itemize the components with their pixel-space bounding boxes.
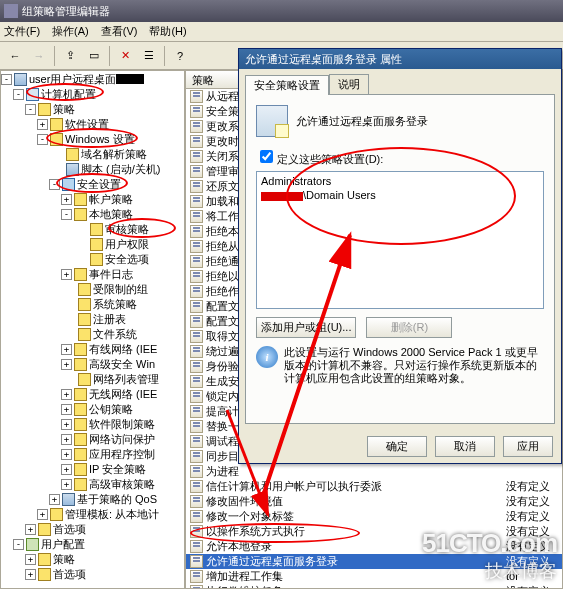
- expand-toggle[interactable]: -: [13, 89, 24, 100]
- expand-toggle[interactable]: +: [61, 464, 72, 475]
- tree-restricted[interactable]: 受限制的组: [93, 282, 148, 296]
- cancel-button[interactable]: 取消: [435, 436, 495, 457]
- tree-filesys[interactable]: 文件系统: [93, 327, 137, 341]
- expand-toggle[interactable]: +: [61, 434, 72, 445]
- policy-item-icon: [190, 150, 203, 163]
- tree-advaudit[interactable]: 高级审核策略: [89, 477, 155, 491]
- tree-sysservice[interactable]: 系统策略: [93, 297, 137, 311]
- tree-rights[interactable]: 用户权限: [105, 237, 149, 251]
- show-hide-tree-button[interactable]: ▭: [83, 45, 105, 67]
- tab-explain[interactable]: 说明: [329, 74, 369, 94]
- tree-policies[interactable]: 策略: [53, 102, 75, 116]
- expand-toggle[interactable]: +: [61, 359, 72, 370]
- tree-appctl[interactable]: 应用程序控制: [89, 447, 155, 461]
- delete-button[interactable]: ✕: [114, 45, 136, 67]
- tree-pubkey[interactable]: 公钥策略: [89, 402, 133, 416]
- menu-file[interactable]: 文件(F): [4, 24, 40, 39]
- tree-local[interactable]: 本地策略: [89, 207, 133, 221]
- tree-u-prefs[interactable]: 首选项: [53, 567, 86, 581]
- menu-action[interactable]: 操作(A): [52, 24, 89, 39]
- define-policy-checkbox[interactable]: 定义这些策略设置(D):: [256, 153, 383, 165]
- tree-registry[interactable]: 注册表: [93, 312, 126, 326]
- expand-toggle[interactable]: -: [37, 134, 48, 145]
- properties-button[interactable]: ☰: [138, 45, 160, 67]
- policy-item-label: 执行卷维护任务: [206, 584, 506, 589]
- tree-netlist[interactable]: 网络列表管理: [93, 372, 159, 386]
- add-user-button[interactable]: 添加用户或组(U)...: [256, 317, 356, 338]
- expand-toggle[interactable]: +: [61, 404, 72, 415]
- expand-toggle[interactable]: -: [1, 74, 12, 85]
- expand-toggle[interactable]: -: [25, 104, 36, 115]
- policy-icon: [14, 73, 27, 86]
- list-row[interactable]: 修改固件环境值没有定义: [186, 494, 562, 509]
- expand-toggle[interactable]: +: [37, 509, 48, 520]
- policy-item-icon: [190, 330, 203, 343]
- expand-toggle[interactable]: +: [25, 554, 36, 565]
- ok-button[interactable]: 确定: [367, 436, 427, 457]
- expand-toggle[interactable]: +: [49, 494, 60, 505]
- tree-wireless[interactable]: 无线网络 (IEE: [89, 387, 157, 401]
- tree-software[interactable]: 软件设置: [65, 117, 109, 131]
- list-row[interactable]: 信任计算机和用户帐户可以执行委派没有定义: [186, 479, 562, 494]
- menu-view[interactable]: 查看(V): [101, 24, 138, 39]
- tree-qos[interactable]: 基于策略的 QoS: [77, 492, 157, 506]
- apply-button[interactable]: 应用: [503, 436, 553, 457]
- expand-toggle[interactable]: +: [25, 569, 36, 580]
- expand-toggle[interactable]: +: [61, 449, 72, 460]
- tree-nap[interactable]: 网络访问保护: [89, 432, 155, 446]
- tree-userconf[interactable]: 用户配置: [41, 537, 85, 551]
- users-listbox[interactable]: Administrators \Domain Users: [256, 171, 544, 309]
- tree-audit[interactable]: 审核策略: [105, 222, 149, 236]
- tree-scripts[interactable]: 脚本 (启动/关机): [81, 162, 160, 176]
- policy-item-icon: [190, 120, 203, 133]
- up-button[interactable]: ⇪: [59, 45, 81, 67]
- tree-u-policies[interactable]: 策略: [53, 552, 75, 566]
- tree-wired[interactable]: 有线网络 (IEE: [89, 342, 157, 356]
- tree-panel[interactable]: -user用户远程桌面 -计算机配置 -策略 +软件设置 -Windows 设置…: [0, 70, 185, 589]
- policy-item-icon: [190, 255, 203, 268]
- folder-icon: [78, 313, 91, 326]
- expand-toggle[interactable]: +: [61, 479, 72, 490]
- expand-toggle[interactable]: +: [61, 269, 72, 280]
- tree-dns[interactable]: 域名解析策略: [81, 147, 147, 161]
- tree-eventlog[interactable]: 事件日志: [89, 267, 133, 281]
- tree-root[interactable]: user用户远程桌面: [29, 72, 116, 86]
- expand-toggle[interactable]: -: [13, 539, 24, 550]
- folder-icon: [74, 193, 87, 206]
- folder-icon: [74, 388, 87, 401]
- list-item[interactable]: \Domain Users: [261, 188, 539, 202]
- tree-advwin[interactable]: 高级安全 Win: [89, 357, 155, 371]
- expand-toggle[interactable]: +: [61, 389, 72, 400]
- tree-computer[interactable]: 计算机配置: [41, 87, 96, 101]
- policy-item-icon: [190, 225, 203, 238]
- list-item[interactable]: Administrators: [261, 174, 539, 188]
- expand-toggle[interactable]: +: [61, 419, 72, 430]
- define-checkbox[interactable]: [260, 150, 273, 163]
- expand-toggle[interactable]: +: [25, 524, 36, 535]
- computer-icon: [26, 88, 39, 101]
- tree-swrestrict[interactable]: 软件限制策略: [89, 417, 155, 431]
- policy-item-label: 为进程: [206, 464, 506, 479]
- tree-ipsec[interactable]: IP 安全策略: [89, 462, 146, 476]
- back-button[interactable]: ←: [4, 45, 26, 67]
- folder-icon: [74, 403, 87, 416]
- expand-toggle[interactable]: -: [49, 179, 60, 190]
- menu-help[interactable]: 帮助(H): [149, 24, 186, 39]
- help-button[interactable]: ?: [169, 45, 191, 67]
- expand-toggle[interactable]: +: [61, 194, 72, 205]
- folder-icon: [38, 523, 51, 536]
- expand-toggle[interactable]: +: [61, 344, 72, 355]
- tree-account[interactable]: 帐户策略: [89, 192, 133, 206]
- tree-admintpl[interactable]: 管理模板: 从本地计: [65, 507, 159, 521]
- tree-secopt[interactable]: 安全选项: [105, 252, 149, 266]
- tree-security[interactable]: 安全设置: [77, 177, 121, 191]
- list-row[interactable]: 修改一个对象标签没有定义: [186, 509, 562, 524]
- tree-prefs[interactable]: 首选项: [53, 522, 86, 536]
- expand-toggle[interactable]: -: [61, 209, 72, 220]
- expand-toggle[interactable]: +: [37, 119, 48, 130]
- dialog-titlebar[interactable]: 允许通过远程桌面服务登录 属性: [239, 49, 561, 69]
- list-row[interactable]: 执行卷维护任务没有定义: [186, 584, 562, 589]
- tree-windows[interactable]: Windows 设置: [65, 132, 135, 146]
- list-row[interactable]: 为进程: [186, 464, 562, 479]
- tab-security-policy[interactable]: 安全策略设置: [245, 75, 329, 95]
